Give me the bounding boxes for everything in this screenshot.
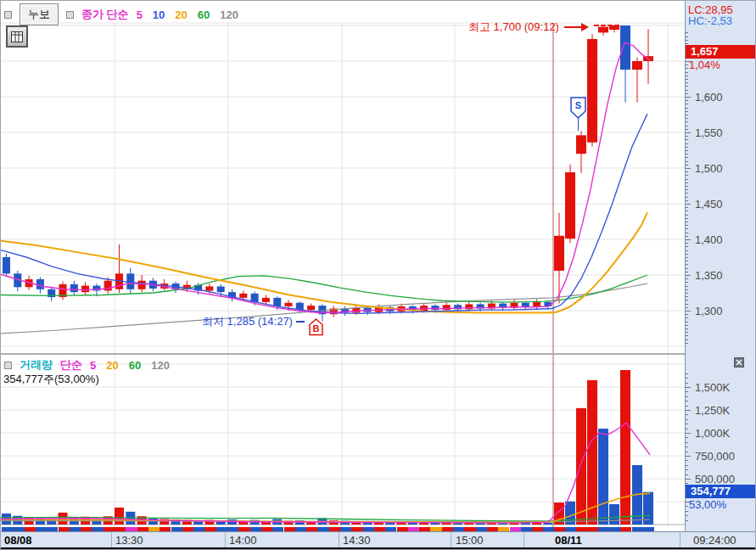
axis-tick [686,383,688,384]
volume-ma-periods: 52060120 [90,359,170,372]
price-axis-label: 1,450 [695,199,723,210]
axis-tick [686,401,688,401]
axis-tick [686,433,691,434]
axis-tick [686,246,688,247]
volume-ma-label: 단순 [60,357,82,373]
axis-tick [686,90,688,91]
price-axis-label: 1,550 [695,127,723,138]
price-axis-label: 1,350 [695,270,723,281]
axis-tick [686,65,688,65]
price-axis-label: 1,400 [695,234,723,245]
axis-tick [686,204,691,205]
volume-series-label: 거래량 [20,357,53,373]
axis-tick [686,82,688,83]
axis-tick [686,254,688,255]
axis-tick [686,272,688,272]
axis-tick [686,419,688,420]
stock-chart-window: 누보 종가 단순 5102060120 거래량 단순 52060120 354,… [0,0,756,550]
axis-tick [686,442,688,443]
axis-tick [686,257,688,258]
axis-tick [686,143,688,144]
axis-tick [686,233,688,233]
axis-tick [686,157,688,158]
ma-period-label: 5 [137,8,143,21]
axis-tick [686,378,688,379]
low-annotation: 최저 1,285 (14:27) [202,314,305,329]
grid-tool-button[interactable] [6,25,28,48]
time-axis-label: 13:30 [115,535,143,546]
price-series-label: 종가 단순 [81,7,129,22]
axis-tick [686,414,688,415]
volume-pane[interactable] [1,355,685,527]
axis-tick [686,93,688,94]
axis-tick [686,171,688,172]
axis-tick [686,373,688,374]
axis-tick [686,150,688,151]
axis-tick [686,515,688,516]
handle-icon [4,362,12,369]
time-axis-label: 14:00 [229,535,257,546]
time-axis-label: 08/08 [4,535,32,546]
axis-tick [686,108,688,109]
axis-tick [686,340,688,340]
axis-tick [686,104,688,104]
ma-period-label: 120 [151,359,170,372]
axis-tick [686,40,688,41]
axis-tick [686,36,688,37]
chart-name-tab[interactable]: 누보 [20,3,59,25]
axis-tick [686,161,688,162]
current-volume-pct: 53,00% [689,499,726,510]
axis-tick [686,222,688,222]
axis-tick [686,236,688,237]
axis-tick [686,168,691,169]
sell-signal-badge: S [570,97,586,132]
axis-tick [686,43,688,44]
axis-tick [686,136,688,137]
axis-tick [686,469,688,470]
axis-tick [686,304,688,305]
volume-legend: 거래량 단순 52060120 [4,357,170,373]
handle-icon [4,11,12,19]
price-pane[interactable] [1,1,685,354]
time-axis-label: 14:30 [343,535,371,546]
axis-tick [686,197,688,198]
axis-tick [686,111,688,112]
time-axis-separator [524,532,524,547]
axis-tick [686,296,688,297]
volume-axis-label: 500,000 [695,474,735,485]
axis-tick [686,506,688,507]
current-volume-box: 354,777 [686,485,756,498]
arrow-right-head-icon [581,23,593,31]
axis-tick [686,126,688,126]
table-grid-icon [11,31,23,42]
axis-tick [686,228,688,229]
high-annotation: 최고 1,700 (09:12) [468,20,593,35]
axis-tick [686,343,688,344]
axis-tick [686,474,688,475]
axis-tick [686,391,688,392]
axis-tick [686,175,688,176]
high-annotation-text: 최고 1,700 (09:12) [468,20,559,35]
axis-tick [686,293,688,294]
handle-icon [66,11,74,19]
axis-tick [686,300,688,300]
axis-tick [686,132,691,133]
axis-tick [686,328,688,329]
svg-text:S: S [575,100,581,110]
time-axis-label: 08/11 [555,535,582,546]
axis-tick [686,129,688,130]
volume-axis-settings-icon[interactable] [734,357,744,368]
axis-tick [686,200,688,201]
pane-divider[interactable] [1,353,756,355]
arrow-right-icon [564,26,581,28]
axis-tick [686,511,688,512]
ma-period-label: 120 [220,8,238,21]
time-axis-separator [680,532,680,547]
axis-tick [686,68,688,69]
axis-tick [686,239,691,240]
axis-tick [686,332,688,333]
axis-tick [686,264,688,265]
price-axis-label: 1,600 [695,92,723,103]
current-price-box: 1,657 [686,45,756,59]
axis-tick [686,452,688,452]
